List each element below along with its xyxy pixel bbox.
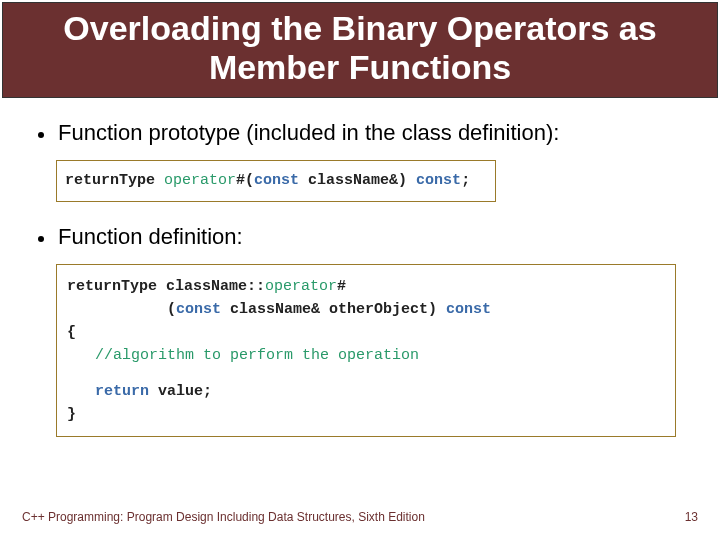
code-text: returnType xyxy=(65,172,164,189)
code-keyword-operator: operator xyxy=(164,172,236,189)
code-text: #( xyxy=(236,172,254,189)
code-line: { xyxy=(67,321,665,344)
title-bar: Overloading the Binary Operators as Memb… xyxy=(2,2,718,98)
code-keyword-const: const xyxy=(176,301,221,318)
code-comment: //algorithm to perform the operation xyxy=(67,344,665,367)
code-box-prototype: returnType operator#(const className&) c… xyxy=(56,160,496,202)
bullet-dot-icon xyxy=(38,236,44,242)
code-line: return value; xyxy=(67,380,665,403)
code-text: value; xyxy=(149,383,212,400)
code-keyword-operator: operator xyxy=(265,278,337,295)
code-text: ; xyxy=(461,172,470,189)
code-keyword-return: return xyxy=(95,383,149,400)
code-text: ( xyxy=(167,301,176,318)
code-keyword-const: const xyxy=(254,172,299,189)
code-line: returnType className::operator# xyxy=(67,275,665,298)
bullet-text: Function definition: xyxy=(58,224,702,250)
code-text: returnType className:: xyxy=(67,278,265,295)
blank-line xyxy=(67,368,665,380)
bullet-prototype: Function prototype (included in the clas… xyxy=(38,120,702,146)
code-text: className&) xyxy=(299,172,416,189)
footer: C++ Programming: Program Design Includin… xyxy=(22,510,698,524)
code-text: # xyxy=(337,278,346,295)
code-keyword-const: const xyxy=(446,301,491,318)
footer-text: C++ Programming: Program Design Includin… xyxy=(22,510,425,524)
code-keyword-const: const xyxy=(416,172,461,189)
bullet-dot-icon xyxy=(38,132,44,138)
code-text: className& otherObject) xyxy=(221,301,446,318)
page-number: 13 xyxy=(685,510,698,524)
slide-title: Overloading the Binary Operators as Memb… xyxy=(13,9,707,87)
bullet-text: Function prototype (included in the clas… xyxy=(58,120,702,146)
code-box-definition: returnType className::operator# (const c… xyxy=(56,264,676,438)
code-line: (const className& otherObject) const xyxy=(67,298,665,321)
content-area: Function prototype (included in the clas… xyxy=(0,100,720,437)
code-line: } xyxy=(67,403,665,426)
bullet-definition: Function definition: xyxy=(38,224,702,250)
